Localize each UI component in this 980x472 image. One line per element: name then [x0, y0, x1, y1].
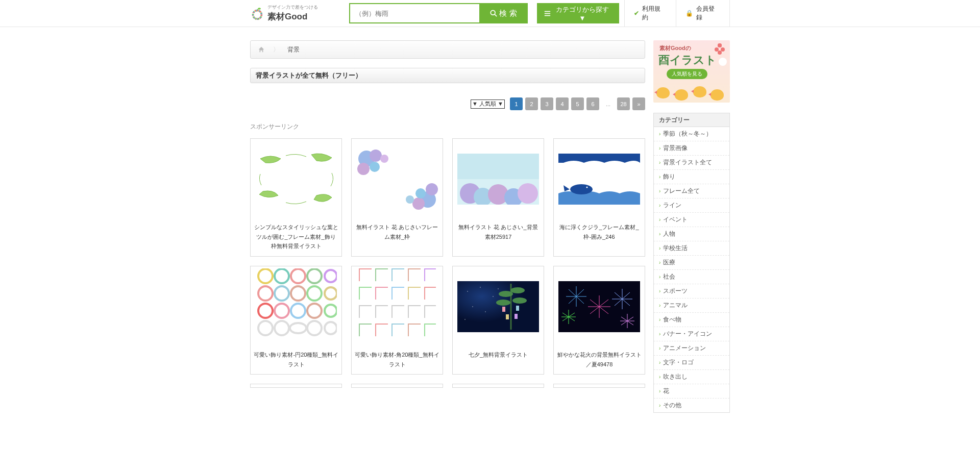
home-icon[interactable] [258, 46, 265, 53]
category-label: アニマル [663, 301, 688, 310]
category-label: バナー・アイコン [663, 330, 712, 338]
card-item[interactable]: 可愛い飾り素材-角20種類_無料イラスト [351, 266, 443, 375]
card-title: 鮮やかな花火の背景無料イラスト／夏49478 [556, 350, 643, 369]
category-dropdown-button[interactable]: カテゴリから探す▼ [537, 3, 619, 23]
category-label: アニメーション [663, 344, 706, 353]
chevron-right-icon: › [659, 231, 660, 237]
page-2[interactable]: 2 [525, 97, 538, 110]
svg-point-21 [406, 195, 414, 204]
terms-link[interactable]: ✔ 利用規約 [624, 0, 675, 27]
card-item[interactable] [553, 384, 645, 388]
category-item[interactable]: ›文字・ロゴ [654, 355, 729, 369]
logo-title: 素材Good [267, 11, 318, 22]
register-link[interactable]: 🔒 会員登録 [676, 0, 730, 27]
svg-rect-9 [545, 15, 550, 16]
svg-rect-66 [502, 307, 505, 312]
category-item[interactable]: ›社会 [654, 269, 729, 284]
page-3[interactable]: 3 [541, 97, 553, 110]
chevron-right-icon: › [659, 131, 660, 137]
category-item[interactable]: ›背景イラスト全て [654, 155, 729, 169]
category-item[interactable]: ›アニマル [654, 298, 729, 312]
category-heading: カテゴリー [653, 113, 730, 127]
search-input[interactable] [349, 3, 479, 23]
category-label: その他 [663, 401, 681, 410]
lock-icon: 🔒 [685, 10, 693, 17]
promo-banner[interactable]: 素材Goodの 酉イラスト 人気順を見る [653, 40, 730, 103]
card-title: 無料イラスト 花 あじさい_背景素材25917 [455, 222, 542, 241]
page-next[interactable]: » [632, 97, 645, 110]
card-item[interactable]: 可愛い飾り素材-円20種類_無料イラスト [250, 266, 342, 375]
list-icon [544, 10, 551, 17]
card-item[interactable] [351, 384, 443, 388]
sort-select[interactable]: ▼ 人気順 ▼ [471, 100, 505, 109]
category-item[interactable]: ›学校生活 [654, 241, 729, 255]
sponsor-label: スポンサーリンク [250, 122, 645, 131]
thumbnail [455, 141, 542, 217]
card-item[interactable]: 七夕_無料背景イラスト [452, 266, 544, 375]
category-item[interactable]: ›背景画像 [654, 141, 729, 155]
category-label: 文字・ロゴ [663, 358, 694, 367]
search-button-label: 検 索 [499, 9, 517, 18]
category-label: 社会 [663, 272, 675, 281]
thumbnail [556, 141, 643, 217]
category-item[interactable]: ›イベント [654, 212, 729, 227]
chevron-right-icon: › [659, 217, 660, 222]
svg-rect-69 [514, 314, 518, 319]
chevron-right-icon: › [659, 331, 660, 337]
svg-rect-53 [356, 268, 438, 345]
category-item[interactable]: ›花 [654, 384, 729, 398]
card-item[interactable]: 海に浮くクジラ_フレーム素材_枠-囲み_246 [553, 138, 645, 257]
site-header: デザイン力で差をつける 素材Good 検 索 カテゴリから探す▼ ✔ 利用規約 … [0, 0, 980, 27]
chevron-right-icon: › [659, 203, 660, 208]
svg-point-63 [510, 287, 525, 293]
chevron-right-icon: › [659, 145, 660, 151]
category-label: ライン [663, 201, 681, 210]
page-1[interactable]: 1 [510, 97, 523, 110]
category-item[interactable]: ›その他 [654, 398, 729, 412]
card-item[interactable]: 鮮やかな花火の背景無料イラスト／夏49478 [553, 266, 645, 375]
category-item[interactable]: ›医療 [654, 255, 729, 269]
page-6[interactable]: 6 [586, 97, 599, 110]
card-item[interactable] [250, 384, 342, 388]
site-logo[interactable]: デザイン力で差をつける 素材Good [250, 4, 344, 22]
card-item[interactable]: 無料イラスト 花 あじさいフレーム素材_枠 [351, 138, 443, 257]
search-button[interactable]: 検 索 [479, 3, 528, 23]
page-5[interactable]: 5 [571, 97, 584, 110]
chick-icon [675, 89, 688, 101]
category-item[interactable]: ›フレーム全て [654, 184, 729, 198]
register-label: 会員登録 [696, 5, 720, 22]
page-container: 〉 背景 背景イラストが全て無料（フリー） ▼ 人気順 ▼ 1 2 3 4 5 … [250, 40, 730, 413]
category-item[interactable]: ›人物 [654, 227, 729, 241]
card-item[interactable] [452, 384, 544, 388]
svg-point-14 [357, 163, 370, 175]
chick-icon [656, 87, 670, 98]
category-item[interactable]: ›スポーツ [654, 284, 729, 298]
category-item[interactable]: ›吹き出し [654, 369, 729, 384]
breadcrumb-current: 背景 [287, 45, 300, 54]
category-item[interactable]: ›飾り [654, 169, 729, 184]
card-item[interactable]: シンプルなスタイリッシュな葉とツルが囲む_フレーム素材_飾り枠無料背景イラスト [250, 138, 342, 257]
svg-point-62 [499, 291, 513, 297]
card-title: 海に浮くクジラ_フレーム素材_枠-囲み_246 [556, 222, 643, 241]
page-last[interactable]: 28 [617, 97, 630, 110]
chevron-right-icon: › [659, 260, 660, 265]
category-label: 背景イラスト全て [663, 158, 712, 167]
card-grid-next [250, 384, 645, 388]
svg-point-61 [498, 288, 499, 289]
breadcrumb: 〉 背景 [250, 40, 645, 59]
card-item[interactable]: 無料イラスト 花 あじさい_背景素材25917 [452, 138, 544, 257]
svg-point-58 [472, 306, 473, 307]
category-item[interactable]: ›食べ物 [654, 312, 729, 327]
banner-button: 人気順を見る [667, 69, 707, 79]
category-item[interactable]: ›ライン [654, 198, 729, 212]
svg-point-15 [370, 162, 380, 172]
svg-point-59 [485, 311, 486, 312]
page-4[interactable]: 4 [556, 97, 569, 110]
category-label: 人物 [663, 230, 675, 238]
plum-icon [715, 43, 725, 54]
category-item[interactable]: ›季節（秋～冬～） [654, 127, 729, 141]
search-form: 検 索 [349, 3, 528, 23]
category-item[interactable]: ›バナー・アイコン [654, 327, 729, 341]
svg-point-18 [426, 183, 438, 195]
category-item[interactable]: ›アニメーション [654, 341, 729, 355]
